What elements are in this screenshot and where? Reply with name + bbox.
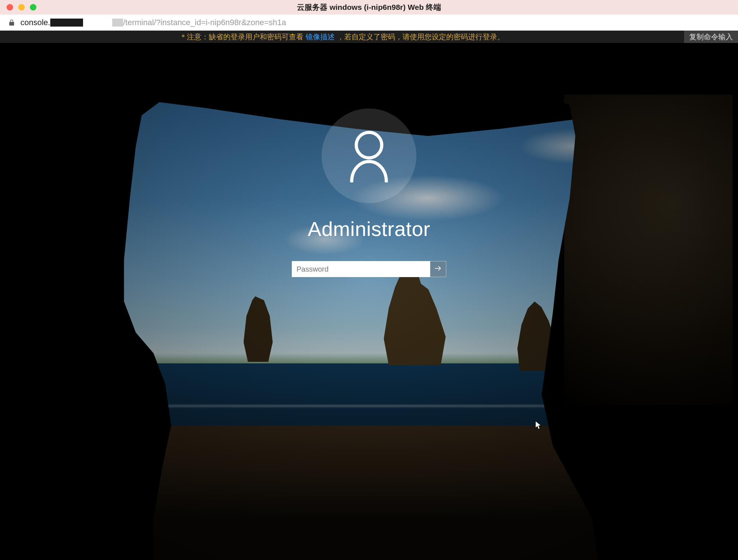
notice-prefix: ＊注意：缺省的登录用户和密码可查看	[180, 33, 306, 41]
browser-window: 云服务器 windows (i-nip6n98r) Web 终端 console…	[0, 0, 738, 560]
login-username: Administrator	[308, 217, 430, 241]
user-icon	[345, 128, 393, 184]
notice-suffix: ，若自定义了密码，请使用您设定的密码进行登录。	[337, 33, 505, 41]
image-description-link[interactable]: 镜像描述	[306, 33, 335, 41]
password-input[interactable]	[292, 261, 430, 277]
login-submit-button[interactable]	[430, 261, 446, 277]
browser-addressbar[interactable]: console. /terminal/?instance_id=i-nip6n9…	[0, 15, 738, 31]
arrow-right-icon	[434, 264, 442, 274]
remote-desktop-viewport[interactable]: Administrator	[0, 43, 738, 560]
svg-point-0	[356, 133, 382, 158]
password-row	[292, 261, 446, 277]
notice-bar: ＊注意：缺省的登录用户和密码可查看 镜像描述 ，若自定义了密码，请使用您设定的密…	[0, 31, 738, 43]
url-host-redacted	[50, 19, 83, 27]
window-titlebar: 云服务器 windows (i-nip6n98r) Web 终端	[0, 0, 738, 15]
url-host-prefix: console.	[20, 18, 50, 27]
window-minimize-button[interactable]	[18, 4, 25, 11]
window-traffic-lights	[0, 4, 36, 11]
content-area: ＊注意：缺省的登录用户和密码可查看 镜像描述 ，若自定义了密码，请使用您设定的密…	[0, 31, 738, 560]
url-path: /terminal/?instance_id=i-nip6n98r&zone=s…	[123, 18, 286, 27]
user-avatar	[322, 109, 416, 203]
copy-command-button[interactable]: 复制命令输入	[684, 31, 738, 43]
url-path-redacted	[112, 19, 123, 27]
notice-text: ＊注意：缺省的登录用户和密码可查看 镜像描述 ，若自定义了密码，请使用您设定的密…	[0, 32, 684, 42]
window-close-button[interactable]	[7, 4, 13, 11]
lock-icon	[8, 19, 15, 26]
windows-login-screen: Administrator	[0, 43, 738, 560]
window-zoom-button[interactable]	[30, 4, 36, 11]
window-title: 云服务器 windows (i-nip6n98r) Web 终端	[0, 2, 738, 12]
